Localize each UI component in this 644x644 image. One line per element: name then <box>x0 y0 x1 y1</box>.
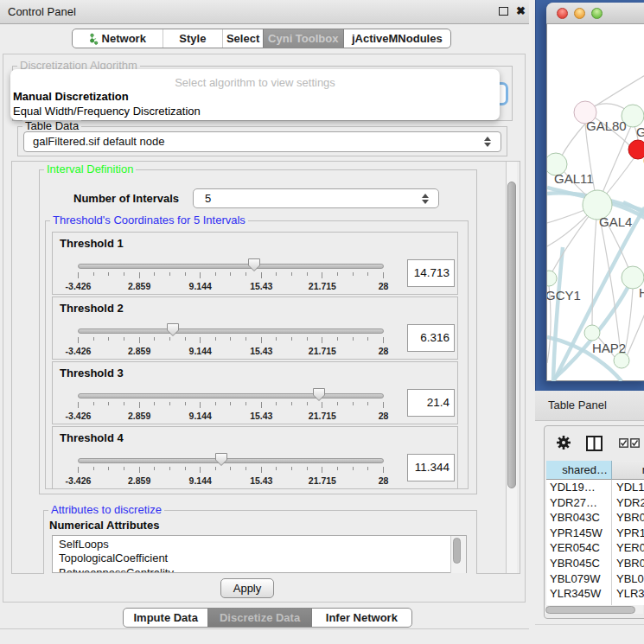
window-minimize-light-icon[interactable] <box>574 8 585 19</box>
attribute-list-item[interactable]: SelfLoops <box>59 538 466 552</box>
cell-name[interactable]: YDR2 <box>612 495 644 511</box>
numerical-attributes-list[interactable]: SelfLoopsTopologicalCoefficientBetweenne… <box>52 535 467 573</box>
cell-shared-name[interactable]: YBR045C <box>546 556 612 571</box>
cell-shared-name[interactable]: YDL19… <box>546 480 612 495</box>
algorithm-option-manual[interactable]: Manual Discretization <box>13 90 129 103</box>
slider-tick-label: -3.426 <box>66 281 92 291</box>
cell-shared-name[interactable]: YLR345W <box>546 586 612 602</box>
tab-label: Infer Network <box>326 611 398 624</box>
cell-name[interactable]: YBL0 <box>612 571 644 587</box>
cell-shared-name[interactable]: YDR27… <box>546 495 612 511</box>
slider-tick-label: 2.859 <box>128 281 150 291</box>
column-header-shared-name[interactable]: shared… <box>546 461 612 480</box>
slider-tick-label: 28 <box>379 411 389 421</box>
network-edge[interactable] <box>562 124 585 156</box>
slider-tick-label: -3.426 <box>66 411 92 421</box>
control-panel-titlebar: Control Panel ✖ <box>0 0 529 24</box>
slider-tick-label: 15.43 <box>250 346 272 356</box>
tab-label: Select <box>226 32 259 45</box>
tab-network[interactable]: Network <box>73 29 163 48</box>
threshold-slider-track[interactable] <box>78 264 384 269</box>
threshold-value-field[interactable]: 6.316 <box>407 324 455 352</box>
slider-tick-label: 28 <box>379 281 389 291</box>
tab-label: Cyni Toolbox <box>268 32 338 45</box>
thresholds-group-title: Threshold's Coordinates for 5 Intervals <box>50 214 248 226</box>
attribute-list-item[interactable]: TopologicalCoefficient <box>59 552 466 565</box>
cell-shared-name[interactable]: YER054C <box>546 540 612 556</box>
tab-cyni-toolbox[interactable]: Cyni Toolbox <box>263 29 343 48</box>
apply-button[interactable]: Apply <box>220 578 274 598</box>
numerical-attributes-label: Numerical Attributes <box>49 519 159 532</box>
table-data-combobox[interactable]: galFiltered.sif default node <box>23 131 501 152</box>
table-row[interactable]: YBR045CYBR0 <box>546 556 644 571</box>
tab-jactivemnodules[interactable]: jActiveMNodules <box>343 29 450 48</box>
attributes-list-scrollbar-thumb[interactable] <box>453 538 461 564</box>
threshold-value-field[interactable]: 14.713 <box>407 259 455 287</box>
close-icon[interactable]: ✖ <box>516 4 526 17</box>
table-row[interactable]: YLR345WYLR3 <box>546 586 644 602</box>
tab-discretize-data[interactable]: Discretize Data <box>207 609 310 627</box>
column-header-name[interactable]: na <box>612 461 644 480</box>
threshold-slider-track[interactable] <box>78 393 384 399</box>
node-label: GAL80 <box>586 118 627 133</box>
slider-tick-label: 15.43 <box>250 475 272 486</box>
attribute-list-item[interactable]: BetweennessCentrality <box>59 566 466 573</box>
slider-tick-label: 2.859 <box>128 346 150 356</box>
threshold-value-field[interactable]: 21.4 <box>407 389 455 417</box>
algorithm-option-equal-width[interactable]: Equal Width/Frequency Discretization <box>13 105 201 118</box>
slider-tick-label: 2.859 <box>128 475 150 486</box>
slider-thumb[interactable] <box>312 387 326 402</box>
threshold-block: Threshold 1 14.713 -3.4262.8599.14415.43… <box>52 232 458 295</box>
tab-style[interactable]: Style <box>163 29 223 48</box>
slider-tick-label: 21.715 <box>309 411 336 421</box>
slider-major-ticks <box>78 402 386 408</box>
network-node-green[interactable] <box>547 271 557 286</box>
number-of-intervals-spinner[interactable]: 5 <box>193 188 439 208</box>
table-row[interactable]: YBL079WYBL0 <box>546 571 644 587</box>
tab-infer-network[interactable]: Infer Network <box>311 609 411 627</box>
table-row[interactable]: YBR043CYBR0 <box>546 510 644 526</box>
checkbox-icon[interactable] <box>619 438 628 448</box>
table-row[interactable]: YPR145WYPR1 <box>546 526 644 541</box>
table-row[interactable]: YER054CYER0 <box>546 540 644 556</box>
threshold-slider-track[interactable] <box>78 328 384 334</box>
network-node-green[interactable] <box>584 325 600 341</box>
node-table-header: shared… na <box>546 461 644 480</box>
slider-thumb[interactable] <box>214 452 228 467</box>
gear-icon[interactable] <box>556 435 571 450</box>
cell-shared-name[interactable]: YBL079W <box>546 571 612 587</box>
slider-tick-label: 15.43 <box>250 281 272 291</box>
control-panel-title: Control Panel <box>8 5 76 18</box>
window-close-light-icon[interactable] <box>557 8 568 19</box>
table-row[interactable]: YDR27…YDR2 <box>546 495 644 511</box>
settings-scrollbar-thumb[interactable] <box>507 182 516 488</box>
checkbox-icon[interactable] <box>630 438 640 448</box>
cell-name[interactable]: YBR0 <box>612 510 644 526</box>
network-view[interactable]: GAL80GACGAL11GAL4GCY1HHAP2 <box>547 24 644 381</box>
window-zoom-light-icon[interactable] <box>591 8 603 19</box>
cell-name[interactable]: YPR1 <box>612 526 644 541</box>
cell-shared-name[interactable]: YBR043C <box>546 510 612 526</box>
tab-select[interactable]: Select <box>222 29 263 48</box>
threshold-label: Threshold 3 <box>60 367 124 379</box>
node-label: GAL4 <box>599 214 632 229</box>
float-window-icon[interactable] <box>499 7 508 16</box>
cell-name[interactable]: YDL1 <box>612 480 644 495</box>
cell-shared-name[interactable]: YPR145W <box>546 526 612 541</box>
network-edge[interactable] <box>627 314 644 356</box>
cell-name[interactable]: YBR0 <box>612 556 644 571</box>
table-row[interactable]: YDL19…YDL1 <box>546 480 644 495</box>
network-node-red[interactable] <box>628 140 644 159</box>
slider-thumb[interactable] <box>166 322 180 337</box>
table-hscrollbar-thumb[interactable] <box>545 606 635 614</box>
column-layout-icon[interactable] <box>586 436 603 451</box>
tab-impute-data[interactable]: Impute Data <box>124 609 207 627</box>
threshold-block: Threshold 3 21.4 -3.4262.8599.14415.4321… <box>52 361 458 424</box>
interval-definition-group-title: Interval Definition <box>44 163 136 175</box>
threshold-value-field[interactable]: 11.344 <box>407 454 455 481</box>
table-panel-titlebar: Table Panel <box>535 391 644 421</box>
cell-name[interactable]: YLR3 <box>612 586 644 602</box>
slider-thumb[interactable] <box>247 258 261 272</box>
cell-name[interactable]: YER0 <box>612 540 644 556</box>
threshold-slider-track[interactable] <box>78 458 384 463</box>
